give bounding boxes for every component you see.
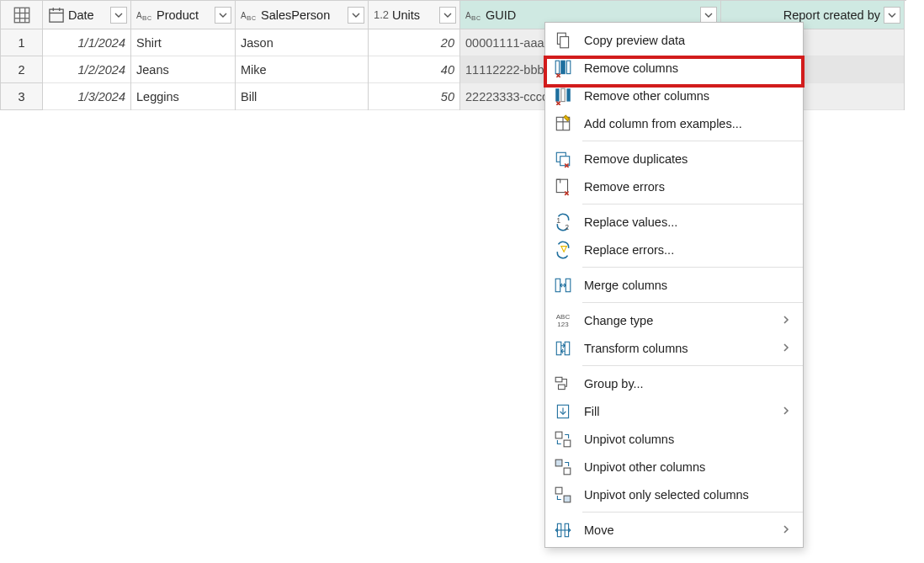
svg-rect-44 xyxy=(564,468,571,475)
header-units-label: Units xyxy=(392,8,436,22)
svg-rect-19 xyxy=(560,36,569,47)
svg-rect-37 xyxy=(565,342,570,354)
text-type-icon: ABC xyxy=(465,8,482,23)
cell-date[interactable]: 1/1/2024 xyxy=(43,29,130,56)
filter-button-product[interactable] xyxy=(215,7,231,24)
menu-unpivot-other-columns[interactable]: Unpivot other columns xyxy=(545,453,803,481)
cell-date[interactable]: 1/3/2024 xyxy=(43,83,130,110)
cell-units[interactable]: 40 xyxy=(369,56,459,83)
row-index[interactable]: 3 xyxy=(1,83,42,110)
menu-replace-errors[interactable]: Replace errors... xyxy=(545,236,803,263)
svg-rect-31 xyxy=(556,179,567,192)
menu-label: Merge columns xyxy=(584,279,791,292)
header-index[interactable] xyxy=(1,1,42,29)
filter-button-date[interactable] xyxy=(110,7,127,24)
svg-rect-39 xyxy=(559,385,566,390)
remove-duplicates-icon xyxy=(554,150,572,168)
menu-move[interactable]: Move xyxy=(545,516,803,544)
header-date[interactable]: Date xyxy=(43,1,130,29)
menu-unpivot-only-selected-columns[interactable]: Unpivot only selected columns xyxy=(545,481,803,508)
cell-salesperson[interactable]: Jason xyxy=(236,29,368,56)
menu-separator xyxy=(582,302,803,303)
menu-replace-values[interactable]: 12 Replace values... xyxy=(545,208,803,236)
menu-label: Change type xyxy=(584,314,769,327)
svg-text:C: C xyxy=(252,15,256,21)
svg-rect-5 xyxy=(50,9,63,22)
menu-label: Remove columns xyxy=(584,61,791,75)
menu-separator xyxy=(582,204,803,204)
merge-columns-icon xyxy=(554,276,572,295)
svg-text:C: C xyxy=(476,15,481,21)
menu-remove-columns[interactable]: Remove columns xyxy=(545,54,803,82)
chevron-right-icon xyxy=(781,405,791,418)
svg-rect-46 xyxy=(564,496,571,502)
menu-change-type[interactable]: ABC123 Change type xyxy=(545,306,803,334)
svg-text:A: A xyxy=(136,11,142,20)
remove-errors-icon xyxy=(554,178,572,196)
menu-unpivot-columns[interactable]: Unpivot columns xyxy=(545,425,803,453)
remove-columns-icon xyxy=(554,59,572,77)
header-units[interactable]: 1.2 Units xyxy=(369,1,459,29)
menu-remove-other-columns[interactable]: Remove other columns xyxy=(545,82,803,109)
svg-rect-35 xyxy=(566,279,571,291)
copy-icon xyxy=(554,31,572,50)
filter-button-salesperson[interactable] xyxy=(348,7,364,24)
filter-button-units[interactable] xyxy=(439,7,456,24)
cell-units[interactable]: 50 xyxy=(369,83,459,110)
cell-date[interactable]: 1/2/2024 xyxy=(43,56,130,83)
filter-button-report[interactable] xyxy=(884,7,900,24)
cell-product[interactable]: Jeans xyxy=(131,56,235,83)
svg-text:1: 1 xyxy=(556,216,560,225)
header-guid-label: GUID xyxy=(486,8,697,22)
filter-button-guid[interactable] xyxy=(700,7,717,24)
menu-remove-duplicates[interactable]: Remove duplicates xyxy=(545,145,803,173)
header-report-label: Report created by xyxy=(726,8,880,22)
menu-fill[interactable]: Fill xyxy=(545,397,803,425)
row-index[interactable]: 2 xyxy=(1,56,42,83)
menu-label: Remove other columns xyxy=(584,89,791,103)
text-type-icon: ABC xyxy=(241,8,258,23)
menu-label: Unpivot only selected columns xyxy=(584,488,791,502)
cell-salesperson[interactable]: Bill xyxy=(236,83,368,110)
row-index[interactable]: 1 xyxy=(1,29,42,56)
transform-columns-icon xyxy=(554,339,572,358)
header-salesperson-label: SalesPerson xyxy=(261,8,344,22)
svg-rect-24 xyxy=(561,88,565,101)
chevron-right-icon xyxy=(781,314,791,327)
menu-add-column-from-examples[interactable]: Add column from examples... xyxy=(545,109,803,137)
svg-rect-34 xyxy=(555,279,560,291)
menu-label: Transform columns xyxy=(584,342,769,355)
header-product[interactable]: ABC Product xyxy=(131,1,235,29)
menu-merge-columns[interactable]: Merge columns xyxy=(545,271,803,299)
cell-product[interactable]: Leggins xyxy=(131,83,235,110)
menu-label: Copy preview data xyxy=(584,34,791,47)
replace-values-icon: 12 xyxy=(554,213,572,231)
menu-remove-errors[interactable]: Remove errors xyxy=(545,173,803,200)
cell-units[interactable]: 20 xyxy=(369,29,459,56)
column-units: 1.2 Units 20 40 50 xyxy=(369,1,460,110)
svg-rect-23 xyxy=(555,88,559,101)
group-by-icon xyxy=(554,374,572,393)
svg-text:B: B xyxy=(142,14,146,22)
menu-separator xyxy=(582,365,803,366)
menu-label: Replace errors... xyxy=(584,243,791,257)
cell-product[interactable]: Shirt xyxy=(131,29,235,56)
cell-salesperson[interactable]: Mike xyxy=(236,56,368,83)
menu-label: Add column from examples... xyxy=(584,117,791,130)
chevron-right-icon xyxy=(781,342,791,355)
menu-copy-preview-data[interactable]: Copy preview data xyxy=(545,26,803,54)
svg-rect-45 xyxy=(555,487,562,494)
menu-group-by[interactable]: Group by... xyxy=(545,369,803,397)
menu-separator xyxy=(582,141,803,141)
header-salesperson[interactable]: ABC SalesPerson xyxy=(236,1,368,29)
svg-rect-43 xyxy=(555,459,562,466)
column-date: Date 1/1/2024 1/2/2024 1/3/2024 xyxy=(43,1,131,110)
column-context-menu: Copy preview data Remove columns Remove … xyxy=(544,22,804,548)
unpivot-icon xyxy=(554,430,572,449)
menu-separator xyxy=(582,267,803,268)
remove-other-columns-icon xyxy=(554,87,572,105)
column-salesperson: ABC SalesPerson Jason Mike Bill xyxy=(236,1,369,110)
move-icon xyxy=(554,521,572,539)
menu-transform-columns[interactable]: Transform columns xyxy=(545,334,803,362)
chevron-right-icon xyxy=(781,523,791,537)
